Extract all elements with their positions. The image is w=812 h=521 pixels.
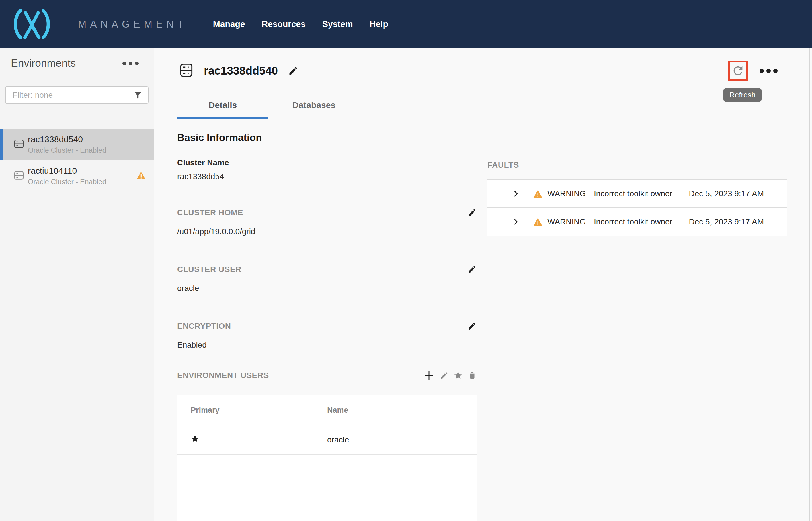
primary-star-icon <box>191 434 199 443</box>
tab-databases[interactable]: Databases <box>268 95 359 119</box>
environment-status: Oracle Cluster - Enabled <box>28 146 106 155</box>
refresh-tooltip: Refresh <box>723 88 762 102</box>
encryption-field: ENCRYPTION Enabled <box>177 321 477 349</box>
environment-filter <box>5 86 149 104</box>
column-header-primary: Primary <box>177 406 327 415</box>
menu-item-resources[interactable]: Resources <box>262 19 306 29</box>
selected-indicator-bar <box>0 129 3 160</box>
fault-title: Incorrect toolkit owner <box>594 217 672 226</box>
environments-sidebar: Environments <box>0 48 154 521</box>
expand-chevron-icon[interactable] <box>512 189 520 198</box>
environment-list: rac1338dd540 Oracle Cluster - Enabled <box>0 129 154 192</box>
filter-input[interactable] <box>13 91 134 100</box>
environment-name: ractiu104110 <box>28 166 106 176</box>
cluster-name-field: Cluster Name rac1338dd54 <box>177 158 477 181</box>
brand-label: MANAGEMENT <box>78 18 187 30</box>
user-name-cell: oracle <box>327 435 349 445</box>
cluster-home-field: CLUSTER HOME /u01/app/19.0.0.0/grid <box>177 208 477 236</box>
expand-chevron-icon[interactable] <box>512 218 520 226</box>
environment-list-item-rac1338dd540[interactable]: rac1338dd540 Oracle Cluster - Enabled <box>0 129 154 160</box>
set-primary-user-button[interactable] <box>454 371 463 380</box>
menu-item-manage[interactable]: Manage <box>213 19 245 29</box>
field-value: Enabled <box>177 340 477 349</box>
field-label: CLUSTER USER <box>177 265 241 274</box>
page-title: rac1338dd540 <box>204 65 278 77</box>
fault-date: Dec 5, 2023 9:17 AM <box>689 189 764 198</box>
environment-users-title: ENVIRONMENT USERS <box>177 371 269 380</box>
menu-item-help[interactable]: Help <box>370 19 388 29</box>
environment-users-table: Primary Name oracle <box>177 395 477 521</box>
environment-list-item-ractiu104110[interactable]: ractiu104110 Oracle Cluster - Enabled <box>0 160 154 192</box>
sidebar-title: Environments <box>11 57 76 69</box>
field-label: ENCRYPTION <box>177 321 231 331</box>
refresh-button[interactable] <box>728 61 748 81</box>
warning-icon <box>533 218 543 226</box>
environment-status: Oracle Cluster - Enabled <box>28 178 106 186</box>
menu-item-system[interactable]: System <box>322 19 353 29</box>
app-window: MANAGEMENT Manage Resources System Help … <box>0 0 812 521</box>
table-row[interactable]: oracle <box>177 425 477 455</box>
warning-icon <box>533 189 543 198</box>
fault-date: Dec 5, 2023 9:17 AM <box>689 217 764 226</box>
add-user-button[interactable] <box>423 370 435 381</box>
nav-divider <box>65 11 65 37</box>
fault-title: Incorrect toolkit owner <box>594 189 672 198</box>
fault-row[interactable]: WARNING Incorrect toolkit owner Dec 5, 2… <box>487 208 787 236</box>
environment-name: rac1338dd540 <box>28 134 106 144</box>
top-navigation-bar: MANAGEMENT Manage Resources System Help <box>0 0 812 48</box>
faults-column: FAULTS <box>487 132 787 521</box>
environment-users-header: ENVIRONMENT USERS <box>177 370 477 381</box>
edit-encryption-icon[interactable] <box>467 321 477 331</box>
edit-cluster-home-icon[interactable] <box>467 208 477 217</box>
environment-detail-panel: rac1338dd540 Refresh <box>154 48 812 521</box>
page-more-menu-icon[interactable] <box>760 69 777 73</box>
field-label: CLUSTER HOME <box>177 208 243 217</box>
faults-list: WARNING Incorrect toolkit owner Dec 5, 2… <box>487 179 787 236</box>
column-header-name: Name <box>327 406 348 415</box>
edit-cluster-user-icon[interactable] <box>467 265 477 274</box>
field-value: /u01/app/19.0.0.0/grid <box>177 227 477 236</box>
fault-severity: WARNING <box>547 189 586 198</box>
warning-icon <box>136 171 146 181</box>
environment-icon <box>14 139 24 150</box>
sidebar-more-menu-icon[interactable] <box>123 62 139 65</box>
server-stack-icon <box>180 63 193 79</box>
environment-icon <box>14 171 24 181</box>
cluster-user-field: CLUSTER USER oracle <box>177 265 477 293</box>
main-menu: Manage Resources System Help <box>213 19 388 29</box>
fault-row[interactable]: WARNING Incorrect toolkit owner Dec 5, 2… <box>487 180 787 208</box>
delphix-logo-icon <box>10 9 53 39</box>
edit-title-icon[interactable] <box>288 66 299 76</box>
tab-details[interactable]: Details <box>177 95 268 119</box>
section-title: Basic Information <box>177 132 477 143</box>
filter-funnel-icon[interactable] <box>134 91 142 99</box>
faults-title: FAULTS <box>487 160 787 169</box>
scrollbar[interactable] <box>809 48 810 521</box>
field-value: rac1338dd54 <box>177 172 477 181</box>
edit-user-button[interactable] <box>440 371 448 380</box>
detail-tabs: Details Databases <box>177 95 787 119</box>
field-label: Cluster Name <box>177 158 477 167</box>
basic-information-column: Basic Information Cluster Name rac1338dd… <box>177 132 477 521</box>
delete-user-button[interactable] <box>468 371 477 380</box>
fault-severity: WARNING <box>547 217 586 226</box>
field-value: oracle <box>177 284 477 293</box>
